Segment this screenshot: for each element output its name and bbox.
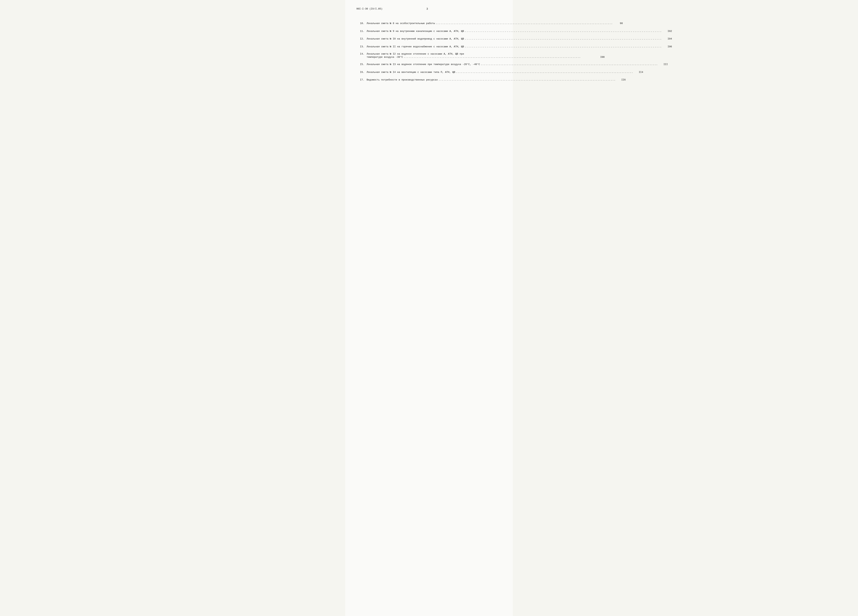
toc-dots xyxy=(465,37,662,41)
toc-text-line2: температуре воздуха -30°С xyxy=(367,56,403,59)
document-id: 90I-I-30 (IX/I.85) xyxy=(356,8,382,10)
toc-item-10: 10. Локальная смета № 8 на особостроител… xyxy=(356,22,502,25)
toc-num: I2. xyxy=(356,37,367,41)
toc-num: I4. xyxy=(356,53,367,55)
toc-content: Локальная смета № II на горячее водоснаб… xyxy=(367,45,672,49)
toc-content: Локальная смета № 8 на особостроительные… xyxy=(367,22,623,25)
page-number: 3 xyxy=(382,8,487,11)
toc-num: I3. xyxy=(356,45,367,49)
toc-content: Ведомость потребности в производственных… xyxy=(367,78,626,82)
toc-item-12: I2. Локальная смета № I0 на внутренний в… xyxy=(356,37,502,41)
toc-page: II6 xyxy=(616,78,626,82)
toc-text: Локальная смета № I4 на вентиляцию с нас… xyxy=(367,70,455,74)
toc-page: I04 xyxy=(662,37,672,41)
toc-page: III xyxy=(659,62,668,66)
toc-line2: температуре воздуха -30°С ​ I08 xyxy=(367,56,605,59)
toc-text: Локальная смета № I0 на внутренний водоп… xyxy=(367,37,464,41)
toc-content: Локальная смета № 9 на внутреннюю канали… xyxy=(367,30,672,33)
toc-content: Локальная смета № I4 на вентиляцию с нас… xyxy=(367,70,643,74)
toc-dots xyxy=(465,30,662,33)
page: 90I-I-30 (IX/I.85) 3 10. Локальная смета… xyxy=(345,0,513,616)
toc-num: 11. xyxy=(356,30,367,33)
toc-extra-dots: ​ xyxy=(582,56,595,59)
toc-text: Локальная смета № I2 на водяное отоплени… xyxy=(367,53,464,55)
toc-content: Локальная смета № I3 на водяное отоплени… xyxy=(367,62,668,66)
toc-num: 10. xyxy=(356,22,367,25)
toc-content: Локальная смета № I2 на водяное отоплени… xyxy=(367,53,605,59)
toc-text: Ведомость потребности в производственных… xyxy=(367,78,438,82)
toc-item-14: I4. Локальная смета № I2 на водяное отоп… xyxy=(356,53,502,59)
toc-dots xyxy=(404,56,581,59)
toc-item-11: 11. Локальная смета № 9 на внутреннюю ка… xyxy=(356,30,502,33)
toc-text: Локальная смета № 8 на особостроительные… xyxy=(367,22,435,25)
toc-item-17: I7. Ведомость потребности в производстве… xyxy=(356,78,502,82)
toc-text: Локальная смета № II на горячее водоснаб… xyxy=(367,45,464,49)
toc-dots xyxy=(465,45,662,49)
toc-item-15: I5. Локальная смета № I3 на водяное отоп… xyxy=(356,62,502,66)
toc-page: I02 xyxy=(662,30,672,33)
toc-text: Локальная смета № I3 на водяное отоплени… xyxy=(367,62,480,66)
toc-page: 98 xyxy=(613,22,623,25)
toc-item-16: I6. Локальная смета № I4 на вентиляцию с… xyxy=(356,70,502,74)
toc-num: I6. xyxy=(356,70,367,74)
toc-dots xyxy=(481,62,658,66)
toc-dots xyxy=(438,78,616,82)
toc-num: I7. xyxy=(356,78,367,82)
toc-num: I5. xyxy=(356,62,367,66)
toc-dots xyxy=(436,22,613,25)
page-header: 90I-I-30 (IX/I.85) 3 xyxy=(356,8,502,11)
toc-content: Локальная смета № I0 на внутренний водоп… xyxy=(367,37,672,41)
table-of-contents: 10. Локальная смета № 8 на особостроител… xyxy=(356,22,502,82)
toc-line1: Локальная смета № I2 на водяное отоплени… xyxy=(367,53,605,55)
toc-text: Локальная смета № 9 на внутреннюю канали… xyxy=(367,30,464,33)
toc-page: II4 xyxy=(634,70,643,74)
toc-dots xyxy=(456,70,633,74)
toc-page: I08 xyxy=(595,56,605,59)
toc-item-13: I3. Локальная смета № II на горячее водо… xyxy=(356,45,502,49)
toc-page: I06 xyxy=(662,45,672,49)
